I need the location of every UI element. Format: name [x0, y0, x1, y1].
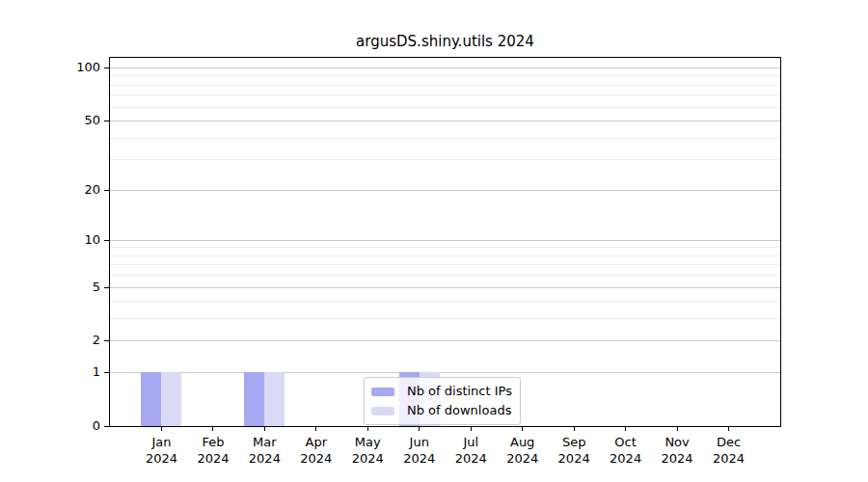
- x-tick-mark: [471, 427, 472, 431]
- legend-swatch-distinct-ips-icon: [371, 388, 394, 396]
- minor-gridline: [110, 318, 780, 319]
- minor-gridline: [110, 264, 780, 265]
- x-tick-mark: [264, 427, 265, 431]
- major-gridline: [110, 340, 780, 341]
- x-tick-mark: [161, 427, 162, 431]
- major-gridline: [110, 240, 780, 241]
- y-tick-mark: [104, 426, 109, 427]
- minor-gridline: [110, 247, 780, 248]
- legend-item-distinct-ips: Nb of distinct IPs: [371, 382, 512, 401]
- bar-mar-distinct-ips: [244, 372, 264, 426]
- y-tick-mark: [104, 67, 109, 68]
- minor-gridline: [110, 94, 780, 95]
- minor-gridline: [110, 301, 780, 302]
- y-tick-mark: [104, 240, 109, 241]
- legend-swatch-downloads-icon: [371, 407, 394, 415]
- x-tick-mark: [625, 427, 626, 431]
- major-gridline: [110, 372, 780, 373]
- x-tick-mark: [367, 427, 368, 431]
- y-tick-mark: [104, 120, 109, 121]
- x-tick-mark: [728, 427, 729, 431]
- y-tick-mark: [104, 372, 109, 373]
- y-tick-label: 0: [0, 418, 100, 434]
- legend: Nb of distinct IPs Nb of downloads: [364, 377, 521, 425]
- minor-gridline: [110, 138, 780, 139]
- chart-title: argusDS.shiny.utils 2024: [109, 33, 781, 50]
- y-tick-label: 5: [0, 280, 100, 295]
- y-tick-label: 20: [0, 182, 100, 198]
- legend-item-downloads: Nb of downloads: [371, 401, 512, 420]
- x-tick-mark: [212, 427, 213, 431]
- chart: argusDS.shiny.utils 2024 Nb of distinct …: [0, 0, 868, 482]
- y-tick-label: 10: [0, 232, 100, 248]
- bar-jan-downloads: [161, 372, 181, 426]
- major-gridline: [110, 287, 780, 288]
- major-gridline: [110, 67, 780, 68]
- minor-gridline: [110, 275, 780, 276]
- y-tick-label: 1: [0, 364, 100, 380]
- major-gridline: [110, 190, 780, 191]
- x-tick-mark: [522, 427, 523, 431]
- y-tick-mark: [104, 287, 109, 288]
- minor-gridline: [110, 75, 780, 76]
- y-tick-label: 100: [0, 60, 100, 75]
- plot-area: Nb of distinct IPs Nb of downloads: [109, 57, 781, 427]
- legend-label-distinct-ips: Nb of distinct IPs: [407, 382, 512, 401]
- minor-gridline: [110, 159, 780, 160]
- x-tick-mark: [419, 427, 420, 431]
- minor-gridline: [110, 255, 780, 256]
- x-tick-mark: [574, 427, 575, 431]
- minor-gridline: [110, 107, 780, 108]
- major-gridline: [110, 120, 780, 121]
- x-tick-label: Dec2024: [695, 434, 763, 467]
- x-tick-mark: [677, 427, 678, 431]
- y-tick-mark: [104, 340, 109, 341]
- minor-gridline: [110, 85, 780, 86]
- y-tick-label: 50: [0, 113, 100, 128]
- y-tick-label: 2: [0, 333, 100, 348]
- bar-mar-downloads: [264, 372, 285, 426]
- bar-jan-distinct-ips: [141, 372, 161, 426]
- y-tick-mark: [104, 190, 109, 191]
- legend-label-downloads: Nb of downloads: [407, 401, 511, 420]
- x-tick-mark: [315, 427, 316, 431]
